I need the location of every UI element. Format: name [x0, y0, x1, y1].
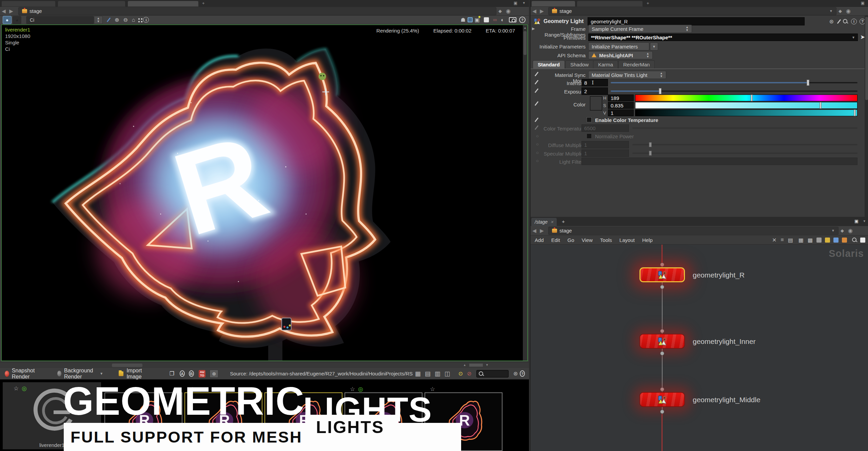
menu-view[interactable]: View — [582, 237, 593, 243]
forward-arrow-icon[interactable]: ▶ — [538, 228, 546, 234]
pane-tab-active[interactable] — [127, 1, 199, 7]
text-overlay-icon[interactable] — [468, 17, 473, 22]
pin-icon[interactable]: ◆ — [498, 8, 502, 14]
snapshot-render-button[interactable]: Snapshot Render — [5, 368, 42, 380]
gallery-search-input[interactable] — [476, 370, 509, 377]
exposure-field[interactable]: 2 — [581, 87, 608, 95]
param-edit-icon[interactable] — [535, 80, 539, 85]
contrast-icon[interactable]: ◐ — [501, 17, 504, 23]
scroll-right-icon[interactable]: ▼ — [486, 363, 489, 367]
pane-menu-icon[interactable]: ▣ — [861, 1, 865, 5]
param-edit-icon[interactable] — [535, 101, 539, 106]
pane-tab-active[interactable] — [531, 1, 575, 7]
help-icon[interactable]: ? — [520, 370, 525, 377]
menu-layout[interactable]: Layout — [619, 237, 635, 243]
menu-edit[interactable]: Edit — [551, 237, 560, 243]
network-canvas[interactable]: Solaris geometrylight_R geometrylight_In… — [531, 245, 868, 451]
display-plane-select[interactable]: Ci — [26, 16, 94, 24]
background-render-button[interactable]: Background Render ▼ — [57, 368, 103, 380]
pin-icon[interactable]: ◆ — [839, 8, 842, 14]
node-output-dot[interactable] — [660, 285, 664, 289]
chevron-down-icon[interactable]: ▼ — [831, 229, 835, 232]
pane-menu-icon[interactable]: ▣ — [514, 1, 517, 5]
node-input-dot[interactable] — [660, 329, 664, 333]
params-scrollbar[interactable] — [865, 16, 868, 217]
help-icon[interactable]: ? — [519, 17, 526, 23]
chevron-down-icon[interactable]: ▼ — [829, 9, 833, 13]
node-output-dot[interactable] — [660, 410, 664, 414]
node-geometrylight-Middle[interactable] — [639, 392, 685, 407]
persp-toggle-button[interactable]: ● — [3, 16, 12, 24]
frame-range-select[interactable]: Sample Current Frame▲▼ — [588, 25, 692, 33]
grid-view-icon-1[interactable]: ▦ — [415, 370, 421, 377]
image-overlay-icon[interactable] — [860, 238, 865, 243]
pane-tab[interactable] — [1, 1, 56, 7]
pane-dropdown-icon[interactable]: ▾ — [863, 219, 865, 223]
chevron-down-icon[interactable]: ▼ — [852, 36, 855, 39]
back-arrow-icon[interactable]: ◀ — [531, 8, 538, 14]
hue-field[interactable]: 189 — [608, 95, 634, 101]
network-tab-stage[interactable]: /stage ✕ — [531, 218, 557, 226]
saturation-bar[interactable] — [635, 102, 857, 109]
snapshot-hand-icon[interactable]: ☗ — [460, 17, 465, 23]
scrollbar-thumb[interactable] — [524, 31, 527, 55]
node-label[interactable]: geometrylight_R — [693, 271, 745, 279]
list-icon[interactable]: ▤ — [788, 237, 793, 243]
info-icon[interactable]: i — [851, 19, 857, 24]
node-input-dot[interactable] — [660, 263, 664, 267]
home-view-icon[interactable]: ⌂ — [132, 17, 135, 23]
shade-toggle-button[interactable]: ◕ — [13, 16, 21, 24]
viewport-hscrollbar[interactable]: ▲ ▼ — [0, 362, 529, 368]
search-icon[interactable] — [842, 18, 848, 24]
brush-icon[interactable] — [837, 19, 841, 24]
pane-tab[interactable] — [58, 1, 125, 7]
hue-handle[interactable] — [751, 95, 753, 101]
bulb-disabled-icon[interactable]: ⊘ — [467, 370, 471, 377]
tab-standard[interactable]: Standard — [533, 60, 565, 68]
scrollbar-thumb[interactable] — [865, 17, 868, 100]
scroll-up-icon[interactable]: ▲ — [524, 26, 527, 29]
camera-icon[interactable] — [509, 17, 516, 22]
node-label[interactable]: geometrylight_Inner — [693, 337, 756, 346]
intensity-field[interactable]: 8I — [581, 79, 608, 86]
intensity-slider-handle[interactable] — [807, 80, 809, 86]
node-geometrylight-Inner[interactable] — [639, 334, 685, 349]
param-edit-icon[interactable] — [535, 118, 539, 122]
path-location-chip[interactable]: stage ▼ — [548, 227, 839, 235]
node-geometrylight-R[interactable] — [639, 267, 685, 282]
new-tab-button[interactable]: + — [202, 1, 205, 6]
back-arrow-icon[interactable]: ◀ — [531, 228, 538, 234]
forward-arrow-icon[interactable]: ▶ — [538, 8, 546, 14]
path-location-chip[interactable]: stage ▼ — [548, 7, 836, 15]
import-image-button[interactable]: Import Image — [119, 368, 149, 380]
tab-renderman[interactable]: RenderMan — [618, 60, 655, 68]
stereo-glasses-icon[interactable]: ∞ — [493, 17, 497, 23]
close-icon[interactable]: ✕ — [550, 220, 553, 224]
new-tab-button[interactable]: + — [647, 1, 649, 6]
bulb-gear-icon[interactable]: ⊛ — [513, 370, 518, 377]
pane-tab[interactable] — [577, 1, 643, 7]
snapshot-frame-icon[interactable]: ▣ — [475, 17, 480, 23]
param-edit-icon[interactable] — [535, 72, 539, 77]
bulb-star-icon[interactable]: ⊙ — [458, 370, 463, 377]
collapse-arrow-icon[interactable]: ▶ — [532, 26, 535, 31]
plane-spinner[interactable]: ▲▼ — [94, 16, 103, 24]
search-icon[interactable] — [851, 237, 857, 243]
snapshot-net-icon[interactable] — [833, 238, 839, 243]
saturation-handle[interactable] — [820, 102, 822, 109]
color-palette-icon[interactable] — [816, 238, 822, 243]
scroll-left-icon[interactable]: ▲ — [463, 363, 466, 367]
settings-gear-icon[interactable]: ⊛ — [210, 370, 218, 378]
compare-b-button[interactable]: B — [189, 370, 194, 377]
handles-tool-icon[interactable] — [107, 18, 111, 22]
value-bar[interactable] — [635, 109, 857, 116]
material-sync-select[interactable]: Material Glow Tints Light▲▼ — [588, 71, 666, 79]
grid-display-icon[interactable]: ▩ — [808, 237, 813, 243]
column-view-icon[interactable]: ◫ — [445, 370, 450, 377]
tag-icon[interactable]: ❐ — [170, 370, 174, 377]
grid-snap-icon[interactable]: ▦ — [798, 237, 804, 243]
radial-menu-icon[interactable]: ◉ — [846, 8, 851, 14]
value-handle[interactable] — [854, 109, 856, 116]
node-input-dot[interactable] — [660, 387, 664, 391]
info-icon[interactable]: i — [143, 17, 149, 23]
